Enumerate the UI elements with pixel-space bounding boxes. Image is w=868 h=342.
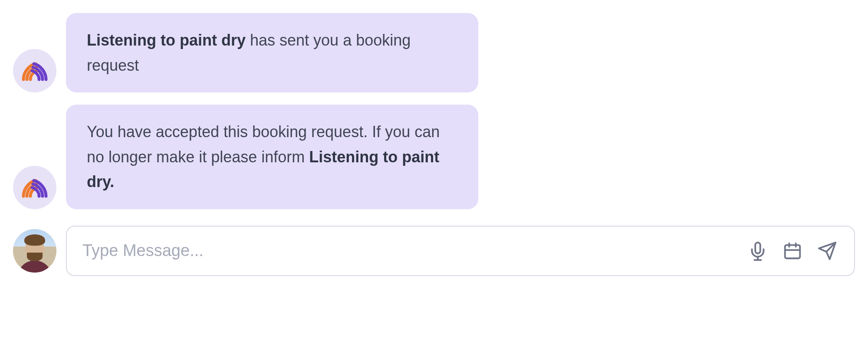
message-bubble: You have accepted this booking request. … bbox=[66, 105, 478, 209]
brand-logo-icon bbox=[21, 59, 49, 82]
send-icon[interactable] bbox=[816, 240, 838, 262]
message-input[interactable] bbox=[82, 241, 734, 260]
message-bold-sender: Listening to paint dry bbox=[87, 31, 246, 49]
brand-logo-icon bbox=[21, 176, 49, 199]
microphone-icon[interactable] bbox=[746, 240, 769, 262]
message-row: Listening to paint dry has sent you a bo… bbox=[13, 13, 855, 92]
message-row: You have accepted this booking request. … bbox=[13, 105, 855, 209]
system-avatar bbox=[13, 49, 56, 92]
user-avatar[interactable] bbox=[13, 229, 56, 273]
svg-rect-2 bbox=[785, 245, 800, 259]
composer-row bbox=[13, 226, 855, 276]
message-input-container[interactable] bbox=[66, 226, 855, 276]
system-avatar bbox=[13, 166, 56, 209]
calendar-icon[interactable] bbox=[781, 240, 804, 262]
chat-container: Listening to paint dry has sent you a bo… bbox=[0, 0, 868, 285]
message-bubble: Listening to paint dry has sent you a bo… bbox=[66, 13, 478, 92]
